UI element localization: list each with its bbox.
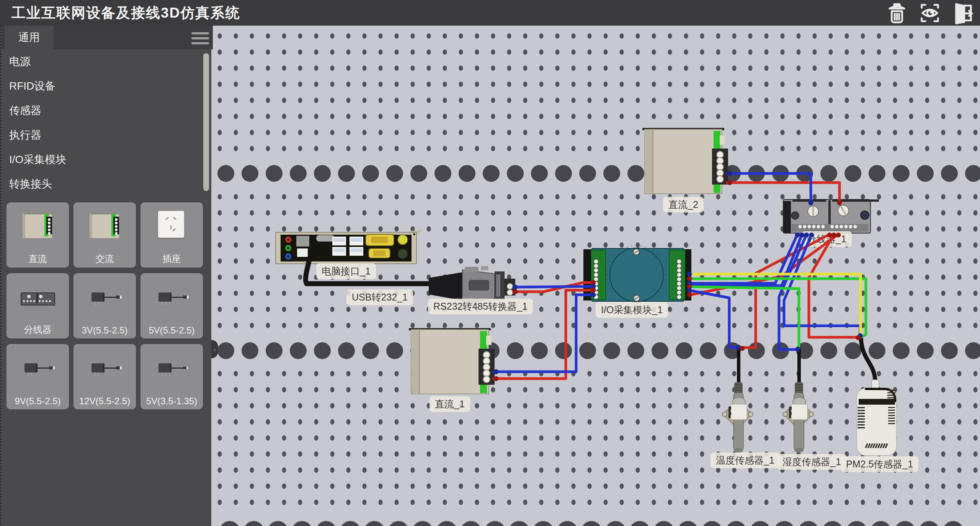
splitter-icon: [18, 279, 57, 317]
device-label-pc: 电脑接口_1: [316, 263, 376, 279]
category-io[interactable]: I/O采集模块: [2, 147, 213, 172]
category-rfid[interactable]: RFID设备: [2, 74, 213, 98]
power-adapter-icon: [152, 350, 191, 388]
device-labels-layer: 电脑接口_1USB转232_1RS232转485转换器_1I/O采集模块_1直流…: [211, 26, 980, 526]
palette-item-12v[interactable]: 12V(5.5-2.5): [74, 344, 136, 409]
palette-item-label: 分线器: [7, 323, 69, 336]
palette-item-label: 9V(5.5-2.5): [7, 396, 69, 407]
tab-general[interactable]: 通用: [5, 26, 54, 49]
device-label-io: I/O采集模块_1: [596, 302, 668, 318]
device-label-temp: 温度传感器_1: [710, 452, 780, 468]
ac-board-icon: [85, 208, 124, 246]
sidebar: 通用 电源 RFID设备 传感器 执行器 I/O采集模块 转换接头 直流 交流 …: [0, 26, 211, 526]
palette-item-ac[interactable]: 交流: [74, 203, 136, 268]
top-bar: 工业互联网设备及接线3D仿真系统: [0, 0, 980, 26]
palette-item-5v-slim[interactable]: 5V(3.5-1.35): [140, 344, 203, 409]
category-actuator[interactable]: 执行器: [2, 123, 213, 147]
palette-item-label: 交流: [74, 253, 136, 265]
sidebar-scrollbar[interactable]: [203, 53, 209, 191]
toolbar: [885, 1, 975, 25]
palette-item-label: 12V(5.5-2.5): [74, 396, 136, 407]
dc-board-icon: [18, 208, 57, 246]
palette-item-label: 3V(5.5-2.5): [74, 325, 136, 336]
palette-item-splitter[interactable]: 分线器: [7, 273, 69, 338]
socket-icon: [152, 208, 191, 246]
palette-item-label: 直流: [7, 253, 69, 265]
app-window: { "app": { "title": "工业互联网设备及接线3D仿真系统" }…: [0, 0, 980, 526]
power-adapter-icon: [18, 350, 57, 388]
device-label-dc2: 直流_2: [663, 197, 704, 212]
power-adapter-icon: [152, 279, 191, 317]
tab-strip: 通用: [2, 26, 213, 49]
menu-icon[interactable]: [191, 32, 210, 45]
palette-item-socket[interactable]: 插座: [140, 203, 203, 268]
category-sensor[interactable]: 传感器: [2, 98, 213, 123]
exit-icon[interactable]: [951, 1, 975, 25]
device-label-humid: 湿度传感器_1: [777, 454, 846, 470]
palette-item-dc[interactable]: 直流: [7, 203, 69, 268]
device-label-rs485: RS232转485转换器_1: [428, 299, 533, 314]
palette-item-9v[interactable]: 9V(5.5-2.5): [7, 344, 69, 409]
category-list: 电源 RFID设备 传感器 执行器 I/O采集模块 转换接头: [2, 49, 213, 196]
power-adapter-icon: [85, 279, 124, 317]
view-focus-icon[interactable]: [918, 1, 942, 25]
power-adapter-icon: [85, 350, 124, 388]
device-palette: 直流 交流 插座 分线器 3V(5.5-2.5) 5V(5.5-2.5) 9V(…: [7, 203, 203, 409]
category-adapter[interactable]: 转换接头: [2, 172, 213, 196]
device-label-pm25: PM2.5传感器_1: [841, 456, 918, 472]
palette-item-label: 插座: [140, 253, 203, 265]
device-label-splitter1: 分线器_1: [802, 231, 852, 247]
category-power[interactable]: 电源: [2, 49, 213, 74]
device-label-usb232: USB转232_1: [346, 289, 413, 305]
app-title: 工业互联网设备及接线3D仿真系统: [11, 0, 240, 26]
palette-item-label: 5V(5.5-2.5): [140, 325, 203, 336]
palette-item-5v[interactable]: 5V(5.5-2.5): [140, 273, 203, 338]
simulation-viewport[interactable]: 电脑接口_1USB转232_1RS232转485转换器_1I/O采集模块_1直流…: [211, 26, 980, 526]
palette-item-3v[interactable]: 3V(5.5-2.5): [74, 273, 136, 338]
palette-item-label: 5V(3.5-1.35): [140, 396, 203, 407]
device-label-dc1: 直流_1: [430, 396, 470, 412]
delete-button[interactable]: [885, 1, 909, 25]
